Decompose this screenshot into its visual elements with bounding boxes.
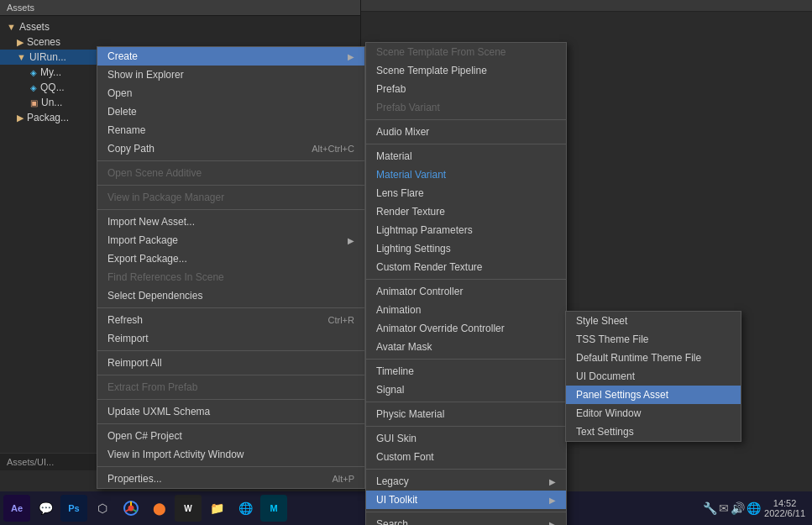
menu-item-create[interactable]: Create ▶ bbox=[97, 47, 364, 66]
separator bbox=[366, 119, 566, 120]
menu-item-physic-material[interactable]: Physic Material bbox=[366, 405, 566, 423]
menu-item-scene-template-from: Scene Template From Scene bbox=[366, 43, 566, 61]
menu-item-refresh[interactable]: Refresh Ctrl+R bbox=[97, 311, 364, 329]
menu-item-lightmap-params[interactable]: Lightmap Parameters bbox=[366, 221, 566, 239]
cs-icon: ◈ bbox=[30, 68, 37, 77]
separator bbox=[366, 279, 566, 280]
menu-item-ui-document[interactable]: UI Document bbox=[566, 367, 741, 386]
menu-item-material[interactable]: Material bbox=[366, 147, 566, 165]
menu-label: Legacy bbox=[376, 475, 409, 487]
menu-item-ui-toolkit[interactable]: UI Toolkit ▶ bbox=[366, 491, 566, 509]
menu-item-editor-window[interactable]: Editor Window bbox=[566, 404, 741, 423]
menu-item-prefab[interactable]: Prefab bbox=[366, 80, 566, 98]
menu-item-animator-controller[interactable]: Animator Controller bbox=[366, 282, 566, 301]
menu-label: Select Dependencies bbox=[107, 290, 202, 302]
menu-label: Find References In Scene bbox=[107, 271, 224, 283]
menu-item-select-deps[interactable]: Select Dependencies bbox=[97, 286, 364, 305]
app-icon[interactable]: M bbox=[260, 495, 287, 522]
menu-item-update-uxml[interactable]: Update UXML Schema bbox=[97, 402, 364, 421]
menu-label: Open bbox=[107, 87, 132, 99]
menu-item-text-settings[interactable]: Text Settings bbox=[566, 423, 741, 441]
folder-icon: ▼ bbox=[17, 52, 26, 62]
menu-item-scene-template-pipeline[interactable]: Scene Template Pipeline bbox=[366, 61, 566, 80]
menu-label: Delete bbox=[107, 106, 137, 118]
unity-icon[interactable]: ⬡ bbox=[89, 495, 116, 522]
menu-item-lens-flare[interactable]: Lens Flare bbox=[366, 184, 566, 202]
tree-item-assets[interactable]: ▼ Assets bbox=[0, 19, 360, 34]
menu-item-delete[interactable]: Delete bbox=[97, 102, 364, 121]
file-manager-icon[interactable]: 📁 bbox=[203, 495, 230, 522]
ps-icon[interactable]: Ps bbox=[60, 495, 87, 522]
menu-label: Rename bbox=[107, 124, 145, 136]
globe-icon[interactable]: 🌐 bbox=[232, 495, 259, 522]
menu-item-properties[interactable]: Properties... Alt+P bbox=[97, 470, 364, 488]
menu-shortcut: Alt+P bbox=[332, 474, 354, 484]
taskbar-clock: 14:52 2022/6/11 bbox=[764, 498, 805, 518]
menu-shortcut: Alt+Ctrl+C bbox=[312, 144, 354, 154]
time-display: 14:52 bbox=[773, 498, 797, 508]
separator bbox=[366, 469, 566, 470]
menu-item-avatar-mask[interactable]: Avatar Mask bbox=[366, 338, 566, 356]
menu-item-search[interactable]: Search ▶ bbox=[366, 515, 566, 525]
menu-item-custom-render-texture[interactable]: Custom Render Texture bbox=[366, 258, 566, 276]
menu-label: Update UXML Schema bbox=[107, 406, 210, 417]
menu-item-audio-mixer[interactable]: Audio Mixer bbox=[366, 123, 566, 141]
submenu-arrow: ▶ bbox=[348, 52, 354, 61]
separator bbox=[366, 402, 566, 402]
ae-icon[interactable]: Ae bbox=[3, 495, 30, 522]
menu-item-reimport[interactable]: Reimport bbox=[97, 329, 364, 348]
context-menu-create: Scene Template From Scene Scene Template… bbox=[365, 42, 567, 525]
menu-item-open[interactable]: Open bbox=[97, 84, 364, 102]
menu-label: Properties... bbox=[107, 473, 162, 485]
separator bbox=[366, 359, 566, 360]
separator bbox=[97, 399, 364, 400]
tree-label: Scenes bbox=[27, 36, 60, 48]
menu-item-reimport-all[interactable]: Reimport All bbox=[97, 354, 364, 372]
menu-item-find-refs: Find References In Scene bbox=[97, 268, 364, 286]
menu-item-import-package[interactable]: Import Package ▶ bbox=[97, 231, 364, 249]
menu-label: Lens Flare bbox=[376, 187, 424, 199]
menu-label: Import New Asset... bbox=[107, 216, 195, 228]
menu-label: Custom Render Texture bbox=[376, 261, 483, 273]
menu-item-animation[interactable]: Animation bbox=[366, 301, 566, 319]
menu-label: UI Toolkit bbox=[376, 494, 417, 506]
menu-item-import-new[interactable]: Import New Asset... bbox=[97, 213, 364, 231]
menu-item-legacy[interactable]: Legacy ▶ bbox=[366, 472, 566, 491]
chrome-icon[interactable] bbox=[118, 495, 144, 522]
menu-item-show-explorer[interactable]: Show in Explorer bbox=[97, 66, 364, 84]
menu-item-style-sheet[interactable]: Style Sheet bbox=[566, 312, 741, 330]
menu-item-lighting-settings[interactable]: Lighting Settings bbox=[366, 239, 566, 258]
menu-item-tss-theme[interactable]: TSS Theme File bbox=[566, 330, 741, 349]
menu-item-animator-override[interactable]: Animator Override Controller bbox=[366, 319, 566, 338]
context-menu-primary: Create ▶ Show in Explorer Open Delete Re… bbox=[97, 46, 365, 489]
menu-label: Search bbox=[376, 518, 408, 525]
menu-label: Custom Font bbox=[376, 451, 434, 463]
menu-item-signal[interactable]: Signal bbox=[366, 381, 566, 399]
menu-label: Animator Override Controller bbox=[376, 323, 505, 334]
menu-shortcut: Ctrl+R bbox=[328, 315, 354, 325]
menu-item-open-csharp[interactable]: Open C# Project bbox=[97, 427, 364, 445]
chat-icon[interactable]: 💬 bbox=[32, 495, 59, 522]
file-icon: ▣ bbox=[30, 98, 38, 108]
menu-item-panel-settings[interactable]: Panel Settings Asset bbox=[566, 386, 741, 404]
menu-item-default-runtime-theme[interactable]: Default Runtime Theme File bbox=[566, 349, 741, 367]
menu-item-rename[interactable]: Rename bbox=[97, 121, 364, 139]
menu-item-render-texture[interactable]: Render Texture bbox=[366, 202, 566, 221]
menu-item-gui-skin[interactable]: GUI Skin bbox=[366, 429, 566, 448]
blender-icon[interactable]: ⬤ bbox=[146, 495, 173, 522]
folder-icon: ▶ bbox=[17, 113, 24, 123]
menu-label: Copy Path bbox=[107, 143, 155, 155]
menu-item-import-activity[interactable]: View in Import Activity Window bbox=[97, 445, 364, 464]
taskbar-right: 🔧 ✉ 🔊 🌐 14:52 2022/6/11 bbox=[703, 498, 809, 518]
wacom-icon[interactable]: W bbox=[175, 495, 202, 522]
menu-item-timeline[interactable]: Timeline bbox=[366, 362, 566, 381]
menu-item-export-package[interactable]: Export Package... bbox=[97, 249, 364, 268]
submenu-arrow: ▶ bbox=[549, 477, 556, 486]
menu-item-custom-font[interactable]: Custom Font bbox=[366, 448, 566, 466]
sys-icon-1: 🔧 bbox=[703, 501, 717, 515]
menu-item-copy-path[interactable]: Copy Path Alt+Ctrl+C bbox=[97, 139, 364, 158]
menu-label: Create bbox=[107, 50, 138, 62]
separator bbox=[97, 423, 364, 424]
separator bbox=[97, 375, 364, 375]
menu-label: Lightmap Parameters bbox=[376, 224, 473, 236]
